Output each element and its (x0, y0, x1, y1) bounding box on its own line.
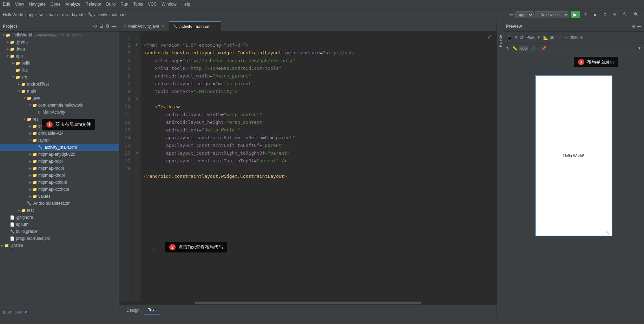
tree-item-activity-main[interactable]: ▶ 🔧 activity_main.xml (0, 144, 119, 151)
tree-item-gitignore[interactable]: ▶ 📄 .gitignore (0, 214, 119, 221)
tree-item-idea[interactable]: ▶ 📁 .idea (0, 46, 119, 53)
dropdown-icon2[interactable]: ▼ (638, 46, 641, 50)
menu-tools[interactable]: Tools (133, 2, 143, 7)
tree-item-gradle[interactable]: ▶ 📁 .gradle (0, 39, 119, 46)
tree-item-mipmap-anydpi[interactable]: ▶ 📁 mipmap-anydpi-v26 (0, 151, 119, 158)
tree-item-gradle-root[interactable]: ▶ 📁 .gradle (0, 242, 119, 249)
sidebar-gear-icon[interactable]: ⚙ (93, 23, 97, 29)
tree-item-libs[interactable]: ▶ 📁 libs (0, 67, 119, 74)
callout2-number: 2 (169, 244, 176, 250)
tree-item-mipmap-hdpi[interactable]: ▶ 📁 mipmap-hdpi (0, 158, 119, 165)
device-selector[interactable]: No devices (535, 11, 569, 18)
sidebar-settings-icon[interactable]: ⚙ (105, 23, 110, 29)
tree-arrow: ▶ (28, 160, 32, 163)
tab-close-icon[interactable]: ✕ (213, 25, 216, 28)
breadcrumb-part[interactable]: layout (72, 12, 83, 17)
sync-button[interactable]: ⟳ (611, 11, 619, 18)
menu-edit[interactable]: Edit (3, 2, 10, 7)
dropdown-icon[interactable]: ▼ (514, 35, 518, 39)
text-icon[interactable]: T (634, 46, 636, 51)
preview-toolbar2: ↖ 📏 0dp 🎵 ↕ 📌 T ▼ (503, 43, 644, 53)
ruler-icon[interactable]: 📏 (512, 46, 518, 51)
pixel-label[interactable]: Pixel (526, 35, 535, 40)
tree-item-src[interactable]: ▼ 📁 src (0, 74, 119, 81)
tree-item-app[interactable]: ▼ 📁 app (0, 53, 119, 60)
preview-close-icon[interactable]: — (637, 24, 641, 29)
code-content[interactable]: <?xml version="1.0" encoding="utf-8"?> <… (140, 32, 497, 302)
menu-refactor[interactable]: Refactor (85, 2, 101, 7)
tab-mainactivity[interactable]: C MainActivity.java ✕ (119, 21, 169, 31)
tab-activity-main[interactable]: 🔧 activity_main.xml ✕ (169, 21, 221, 31)
move-icon[interactable]: ↖ (506, 46, 510, 51)
app-selector[interactable]: app (515, 11, 534, 18)
breadcrumb-file[interactable]: 🔧 (87, 12, 93, 17)
design-tab[interactable]: Design (122, 306, 144, 314)
menu-code[interactable]: Code (51, 2, 61, 7)
tree-item-mipmap-xxhdpi[interactable]: ▶ 📁 mipmap-xxhdpi (0, 179, 119, 186)
rebuild-button[interactable]: ↺ (581, 11, 589, 18)
tab-close-icon[interactable]: ✕ (162, 24, 164, 28)
margin-dropdown[interactable]: 📌 (541, 46, 546, 51)
menu-window[interactable]: Window (162, 2, 177, 7)
zoom-out-icon[interactable]: − (565, 35, 567, 40)
tree-item-build[interactable]: ▶ 📁 build (0, 60, 119, 67)
tree-item-androidtest[interactable]: ▶ 📁 androidTest (0, 81, 119, 88)
sidebar-close-icon[interactable]: — (112, 23, 116, 29)
palette-label[interactable]: Palette (498, 35, 502, 47)
breadcrumb-part[interactable]: src (39, 12, 45, 17)
gradle-button[interactable]: 🔨 (620, 11, 630, 18)
breadcrumb-part[interactable]: HelloWorld (3, 12, 23, 17)
menu-run[interactable]: Run (120, 2, 128, 7)
preview-with-palette: Palette Preview ⚙ — (497, 21, 644, 316)
tree-item-app-iml[interactable]: ▶ 📄 app.iml (0, 221, 119, 228)
tree-item-mainactivity[interactable]: ▶ C MainActivity (0, 109, 119, 116)
tree-item-mipmap-xhdpi[interactable]: ▶ 📁 mipmap-xhdpi (0, 172, 119, 179)
breadcrumb-filename[interactable]: activity_main.xml (94, 12, 126, 17)
constraint-icon[interactable]: 🎵 (531, 46, 536, 51)
menu-view[interactable]: View (15, 2, 24, 7)
tree-item-mipmap-xxxhdpi[interactable]: ▶ 📁 mipmap-xxxhdpi (0, 186, 119, 193)
menu-vcs[interactable]: VCS (148, 2, 157, 7)
stop-button[interactable]: ⏹ (591, 12, 599, 18)
sync-close-icon[interactable]: ✕ (25, 310, 28, 314)
tree-item-helloworld[interactable]: ▼ 📁 HelloWorld E:\Andriod\tg-Demo\HelloW… (0, 32, 119, 39)
horizontal-scrollbar[interactable] (119, 302, 497, 304)
tree-item-proguard[interactable]: ▶ 📄 proguard-rules.pro (0, 235, 119, 242)
arrow-icon[interactable]: ↕ (538, 46, 540, 51)
zoom-in-icon[interactable]: + (580, 35, 583, 40)
dp-field[interactable]: 0dp (519, 46, 528, 51)
pixel-dropdown[interactable]: ▼ (537, 35, 540, 39)
preview-settings-icon[interactable]: ⚙ (632, 24, 636, 29)
toolbar-right: ⬅ app No devices ▶ ↺ ⏹ ⚙ ⟳ 🔨 🔍 (509, 11, 641, 18)
tree-item-main[interactable]: ▼ 📁 main (0, 88, 119, 95)
breadcrumb-part[interactable]: res (62, 12, 68, 17)
tree-item-package[interactable]: ▼ 📁 com.example.helloworld (0, 102, 119, 109)
search-button[interactable]: 🔍 (631, 11, 641, 18)
run-button[interactable]: ▶ (571, 11, 580, 18)
text-tab[interactable]: Text (144, 306, 160, 315)
folder-icon: 📁 (10, 54, 15, 59)
tree-item-androidmanifest[interactable]: ▶ 🔧 AndroidManifest.xml (0, 200, 119, 207)
menu-help[interactable]: Help (182, 2, 190, 7)
sidebar-layout-icon[interactable]: ⊟ (99, 23, 103, 29)
back-icon[interactable]: ⬅ (509, 11, 514, 18)
phone-icon[interactable]: 📱 (506, 34, 513, 41)
breadcrumb-part[interactable]: main (49, 12, 58, 17)
tree-item-layout[interactable]: ▼ 📁 layout (0, 137, 119, 144)
scrollbar-thumb[interactable] (195, 302, 421, 304)
tree-item-build-gradle[interactable]: ▶ 🔧 build.gradle (0, 228, 119, 235)
menu-build[interactable]: Build (106, 2, 116, 7)
resize-handle[interactable] (606, 230, 610, 234)
tree-item-mipmap-mdpi[interactable]: ▶ 📁 mipmap-mdpi (0, 165, 119, 172)
menu-analyze[interactable]: Analyze (66, 2, 81, 7)
tree-item-values[interactable]: ▶ 📁 values (0, 193, 119, 200)
dp-icon[interactable]: 📐 (543, 35, 548, 40)
tree-item-test[interactable]: ▶ 📁 test (0, 207, 119, 214)
breadcrumb-part[interactable]: app (27, 12, 34, 17)
tree-item-drawable-v24[interactable]: ▶ 📁 drawable-v24 (0, 130, 119, 137)
tree-item-java[interactable]: ▼ 📁 java (0, 95, 119, 102)
menu-navigate[interactable]: Navigate (29, 2, 45, 7)
sync-button[interactable]: Sync (15, 310, 23, 314)
settings-button[interactable]: ⚙ (601, 11, 609, 18)
rotate-icon[interactable]: ↺ (519, 35, 524, 40)
